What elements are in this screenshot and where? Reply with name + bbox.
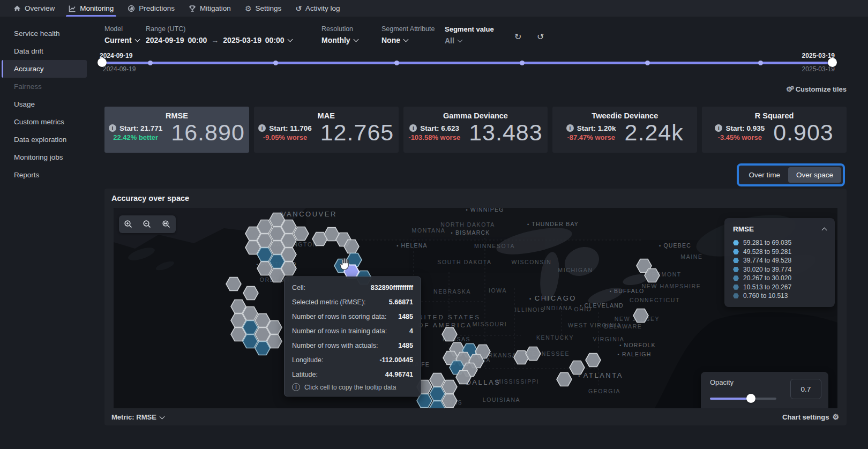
tile-start-value: Start: 11.706 xyxy=(269,124,312,132)
resolution-filter[interactable]: Resolution Monthly xyxy=(321,25,358,44)
predictions-icon xyxy=(128,5,135,12)
nav-item-label: Predictions xyxy=(139,4,175,12)
refresh-button[interactable]: ↻ xyxy=(514,33,521,41)
map-hex-cell[interactable] xyxy=(526,347,541,361)
tooltip-row: Latitude:44.96741 xyxy=(285,367,421,381)
legend-color-swatch xyxy=(733,285,739,290)
sidebar-item-custom-metrics[interactable]: Custom metrics xyxy=(2,113,87,131)
segment-attribute-value: None xyxy=(381,36,400,44)
map-hex-cell[interactable] xyxy=(430,387,445,401)
chart-icon xyxy=(69,5,76,12)
map-hex-cell[interactable] xyxy=(270,269,285,282)
segment-attribute-label: Segment Attribute xyxy=(381,25,435,33)
map-hex-cell[interactable] xyxy=(344,240,359,253)
chart-settings-label: Chart settings xyxy=(782,413,829,421)
map-hex-cell[interactable] xyxy=(294,227,309,241)
map-hex-cell[interactable] xyxy=(442,328,457,341)
legend-item: 30.020 to 39.774 xyxy=(733,265,826,274)
customize-tiles-button[interactable]: ⚙⚙ Customize tiles xyxy=(786,85,847,93)
info-icon: i xyxy=(109,124,116,132)
info-icon: i xyxy=(566,124,574,132)
tooltip-row-value: -112.00445 xyxy=(379,356,413,364)
legend-color-swatch xyxy=(733,258,739,263)
segment-value-filter[interactable]: Segment value All xyxy=(445,25,494,45)
tile-value: 12.765 xyxy=(320,121,394,144)
map-hex-cell[interactable] xyxy=(243,287,258,300)
zoom-reset-button[interactable] xyxy=(158,216,174,233)
map-canvas[interactable]: •WINNIPEG•VANCOUVERWASHINGTON•PORTLANDOR… xyxy=(114,208,837,408)
tile-start-value: Start: 1.20k xyxy=(577,124,616,132)
zoom-in-button[interactable] xyxy=(121,216,137,233)
nav-item-activity-log[interactable]: ↺ Activity log xyxy=(288,0,347,17)
sidebar-item-monitoring-jobs[interactable]: Monitoring jobs xyxy=(2,148,87,166)
range-to: 2025-03-19 00:00 xyxy=(223,36,284,44)
opacity-label: Opacity xyxy=(710,378,734,386)
collapse-chevron-icon[interactable] xyxy=(822,228,827,233)
timeline-handle-start[interactable] xyxy=(98,58,107,67)
customize-tiles-label: Customize tiles xyxy=(796,85,847,93)
legend-range-label: 49.528 to 59.281 xyxy=(743,248,791,256)
cell-tooltip: Cell:832890fffffffffSelected metric (RMS… xyxy=(284,276,421,396)
view-toggle: Over time Over space xyxy=(737,163,845,186)
timeline-handle-end[interactable] xyxy=(828,58,837,67)
metric-selector[interactable]: Metric: RMSE xyxy=(111,413,164,421)
zoom-out-icon xyxy=(143,220,152,229)
legend-item: 49.528 to 59.281 xyxy=(733,248,826,257)
map-hex-cell[interactable] xyxy=(255,342,270,355)
metric-tile-gamma-deviance[interactable]: Gamma Deviance iStart: 6.623 -103.58% wo… xyxy=(403,107,548,153)
sidebar-item-data-exploration[interactable]: Data exploration xyxy=(2,131,87,148)
chart-settings-button[interactable]: Chart settings ⚙ xyxy=(782,413,839,421)
opacity-slider-handle[interactable] xyxy=(746,394,755,403)
opacity-slider[interactable] xyxy=(710,398,776,400)
segment-attribute-filter[interactable]: Segment Attribute None xyxy=(381,25,435,44)
map-hex-cell[interactable] xyxy=(442,380,457,394)
map-hex-cell[interactable] xyxy=(442,394,457,408)
zoom-out-button[interactable] xyxy=(139,216,155,233)
history-icon: ↺ xyxy=(295,5,302,12)
model-filter[interactable]: Model Current xyxy=(104,25,139,44)
metric-tile-tweedie-deviance[interactable]: Tweedie Deviance iStart: 1.20k -87.47% w… xyxy=(552,107,697,153)
toggle-over-time[interactable]: Over time xyxy=(740,167,788,183)
tile-title: R Squared xyxy=(755,111,794,120)
nav-item-settings[interactable]: ⚙ Settings xyxy=(238,0,288,17)
nav-item-mitigation[interactable]: Mitigation xyxy=(182,0,238,17)
map-hex-cell[interactable] xyxy=(586,354,601,367)
map-hex-cell[interactable] xyxy=(243,335,258,348)
metric-value: RMSE xyxy=(136,413,156,421)
map-hex-cell[interactable] xyxy=(633,309,648,323)
tile-value: 16.890 xyxy=(171,121,245,144)
tooltip-row-label: Selected metric (RMSE): xyxy=(292,298,366,306)
map-hex-cell[interactable] xyxy=(645,269,660,282)
tooltip-row-label: Number of rows in scoring data: xyxy=(292,313,386,320)
nav-item-overview[interactable]: Overview xyxy=(6,0,62,17)
map-hex-cell[interactable] xyxy=(570,361,585,375)
timeline-track[interactable] xyxy=(102,62,832,64)
range-arrow: → xyxy=(211,36,219,44)
map-hex-cell[interactable] xyxy=(226,278,241,291)
map-hex-cell[interactable] xyxy=(430,373,445,387)
toggle-over-space[interactable]: Over space xyxy=(788,167,841,183)
map-hex-cell[interactable] xyxy=(257,262,272,275)
sidebar-item-accuracy[interactable]: Accuracy xyxy=(2,60,87,78)
nav-item-monitoring[interactable]: Monitoring xyxy=(62,0,121,17)
range-filter[interactable]: Range (UTC) 2024-09-19 00:00 → 2025-03-1… xyxy=(146,25,292,44)
sidebar-item-service-health[interactable]: Service health xyxy=(2,25,87,42)
map-hex-cell[interactable] xyxy=(557,373,572,386)
metric-tile-rmse[interactable]: RMSE iStart: 21.771 22.42% better 16.890 xyxy=(104,107,249,153)
map-hex-cell[interactable] xyxy=(456,371,471,384)
sidebar-item-reports[interactable]: Reports xyxy=(2,166,87,184)
hand-cursor-icon xyxy=(339,257,351,273)
nav-item-predictions[interactable]: Predictions xyxy=(121,0,182,17)
metric-tile-mae[interactable]: MAE iStart: 11.706 -9.05% worse 12.765 xyxy=(254,107,399,153)
map-hex-cell[interactable] xyxy=(257,248,272,261)
info-icon: i xyxy=(258,124,266,132)
sidebar-item-usage[interactable]: Usage xyxy=(2,95,87,113)
metric-tile-r-squared[interactable]: R Squared iStart: 0.935 -3.45% worse 0.9… xyxy=(702,107,847,153)
model-value: Current xyxy=(104,36,132,44)
sidebar-item-data-drift[interactable]: Data drift xyxy=(2,42,87,60)
legend-range-label: 10.513 to 20.267 xyxy=(743,283,791,291)
opacity-value-input[interactable]: 0.7 xyxy=(790,379,821,399)
legend-item: 0.760 to 10.513 xyxy=(733,291,826,301)
reset-button[interactable]: ↺ xyxy=(537,33,544,41)
tile-start-value: Start: 21.771 xyxy=(119,124,162,132)
